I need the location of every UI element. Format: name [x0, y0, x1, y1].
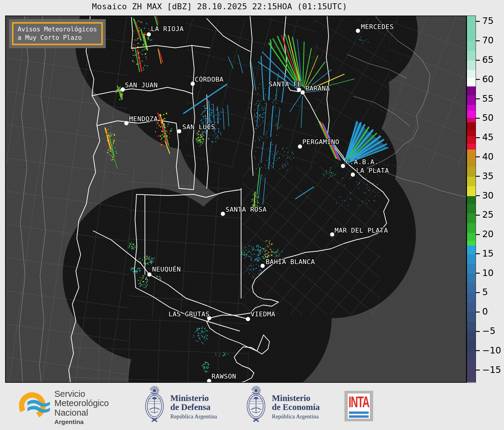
colorbar-band [467, 157, 476, 167]
colorbar-tick [476, 40, 480, 41]
colorbar-band [467, 78, 476, 86]
colorbar-tick-label: 10 [482, 268, 494, 278]
city-label: MERCEDES [361, 23, 394, 31]
colorbar-tick [476, 79, 480, 80]
city-label: PARANA [305, 85, 330, 92]
city-label: NEUQUÉN [152, 266, 181, 273]
colorbar-band [467, 118, 476, 123]
city-label: LA PLATA [356, 167, 389, 174]
colorbar-tick [476, 60, 480, 61]
colorbar-tick [476, 350, 480, 351]
colorbar-band [467, 254, 476, 264]
colorbar-tick-label: −5 [482, 326, 495, 336]
colorbar-band [467, 105, 476, 111]
colorbar-tick-label: 0 [482, 306, 488, 317]
colorbar-band [467, 51, 476, 61]
colorbar-tick [476, 176, 480, 177]
economia-line2: de Economía [272, 402, 320, 411]
colorbar-tick [476, 253, 480, 254]
defensa-line1: Ministerio [170, 394, 217, 402]
city-label: LAS GRUTAS [168, 310, 209, 318]
colorbar-band [467, 274, 476, 283]
city-label: BAHÍA BLANCA [266, 258, 315, 266]
colorbar-tick-label: 65 [482, 54, 494, 65]
colorbar-band [467, 322, 476, 332]
colorbar-tick-label: 25 [482, 209, 494, 220]
colorbar-band [467, 283, 476, 293]
colorbar-tick [476, 331, 480, 332]
city-label: SAN LUIS [182, 123, 215, 131]
colorbar-tick-label: 40 [482, 151, 494, 162]
colorbar-tick-label: 60 [482, 74, 494, 84]
city-label: PERGAMINO [302, 138, 339, 146]
defensa-line3: República Argentina [170, 413, 217, 420]
city-label: VIEDMA [251, 310, 275, 318]
colorbar-band [467, 293, 476, 303]
city-dot [191, 82, 195, 86]
city-label: LA RIOJA [151, 25, 184, 33]
colorbar-band [467, 264, 476, 274]
colorbar-tick [476, 118, 480, 119]
city-dot [221, 212, 225, 216]
colorbar-band [467, 144, 476, 150]
economia-line3: República Argentina [272, 413, 320, 420]
colorbar-band [467, 86, 476, 95]
colorbar-tick-label: −15 [482, 365, 501, 375]
colorbar-band [467, 361, 476, 370]
colorbar-band [467, 122, 476, 130]
colorbar-tick-label: −10 [482, 345, 501, 356]
city-dot [246, 317, 250, 321]
inta-wordmark: INTA [348, 393, 369, 411]
colorbar-band [467, 136, 476, 144]
inta-logo: INTA [344, 391, 373, 421]
colorbar-tick [476, 156, 480, 157]
colorbar-band [467, 246, 476, 254]
colorbar-band [467, 177, 476, 187]
colorbar-band [467, 204, 476, 214]
defensa-line2: de Defensa [170, 402, 217, 411]
colorbar-tick-label: 5 [482, 287, 488, 297]
radar-mosaic-map: MERCEDESLA RIOJASAN JUANCÓRDOBASANTA FEP… [5, 16, 467, 383]
colorbar-band [467, 332, 476, 341]
city-dot [177, 129, 181, 133]
colorbar-tick-label: 50 [482, 112, 494, 123]
colorbar-band [467, 370, 476, 382]
city-label: SAN JUAN [125, 81, 158, 89]
warning-box[interactable]: Avisos Meteorológicos a Muy Corto Plazo [9, 19, 106, 48]
smn-logo: Servicio Meteorológico Nacional Argentin… [19, 389, 109, 426]
colorbar-band [467, 150, 476, 158]
colorbar-band [467, 233, 476, 241]
city-dot [351, 173, 355, 177]
colorbar-tick [476, 215, 480, 216]
city-label: SANTA FE [269, 80, 301, 88]
colorbar-band [467, 312, 476, 322]
coat-of-arms-icon [143, 386, 166, 423]
colorbar-tick-label: 70 [482, 35, 494, 45]
smn-line3: Nacional [54, 408, 109, 417]
colorbar-band [467, 60, 476, 70]
colorbar-band [467, 186, 476, 196]
colorbar-band [467, 95, 476, 105]
smn-sun-icon [19, 389, 50, 422]
footer-logos: Servicio Meteorológico Nacional Argentin… [0, 383, 504, 430]
colorbar-band [467, 196, 476, 204]
colorbar-band [467, 70, 476, 78]
defensa-logo: Ministerio de Defensa República Argentin… [143, 386, 217, 423]
colorbar-tick-label: 20 [482, 229, 494, 239]
warning-box-text: Avisos Meteorológicos a Muy Corto Plazo [12, 22, 103, 45]
colorbar-tick-label: 35 [482, 171, 494, 181]
city-dot [297, 88, 301, 92]
city-dot [147, 272, 151, 277]
smn-line4: Argentina [54, 419, 109, 426]
colorbar-tick-label: 30 [482, 190, 494, 201]
city-dot [330, 232, 334, 237]
colorbar-tick-label: 45 [482, 132, 494, 142]
colorbar-band [467, 341, 476, 351]
smn-line1: Servicio [54, 389, 109, 399]
city-dot [356, 29, 360, 33]
city-dot [124, 121, 128, 125]
city-dot [298, 144, 302, 149]
colorbar-tick [476, 98, 480, 99]
smn-line2: Meteorológico [54, 399, 109, 408]
colorbar-tick [476, 21, 480, 22]
